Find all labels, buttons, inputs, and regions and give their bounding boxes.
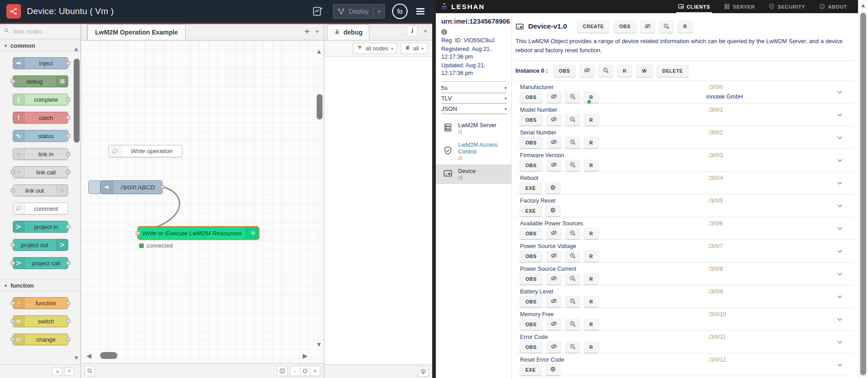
input-port[interactable] [10, 319, 15, 323]
palette-search-input[interactable] [12, 28, 67, 35]
output-port[interactable] [66, 301, 71, 305]
obs-button[interactable]: OBS [520, 91, 542, 103]
output-port[interactable] [66, 61, 71, 65]
expand-chevron-icon[interactable] [836, 111, 843, 119]
r-button[interactable]: R [584, 341, 599, 353]
expand-chevron-icon[interactable] [836, 270, 843, 278]
obs-x-button[interactable] [565, 341, 580, 353]
flow-list-caret-icon[interactable]: ▾ [316, 29, 318, 35]
obs-x-button[interactable] [565, 296, 580, 307]
palette-node-project-in[interactable]: project in [13, 221, 68, 233]
input-port[interactable] [10, 261, 15, 265]
obs-button[interactable]: OBS [520, 341, 542, 353]
eye-off-button[interactable] [547, 273, 561, 284]
flow-assistant-icon[interactable] [310, 4, 326, 19]
eye-off-button[interactable] [547, 250, 561, 262]
exe-button[interactable]: EXE [520, 205, 541, 216]
palette-node-catch[interactable]: catch [13, 112, 68, 124]
expand-categories-button[interactable] [64, 368, 74, 376]
deploy-options-caret-icon[interactable]: ▾ [373, 6, 384, 17]
palette-scroll-up-icon[interactable]: ▲ [73, 46, 79, 52]
inject-trigger-button[interactable] [88, 180, 101, 194]
exe-button[interactable]: EXE [520, 364, 541, 375]
deploy-button[interactable]: Deploy ▾ [333, 4, 385, 19]
eye-off-button[interactable] [547, 159, 561, 171]
nav-about[interactable]: ABOUT [819, 0, 847, 13]
zoom-reset-button[interactable]: O [300, 366, 310, 376]
palette-node-comment[interactable]: comment [13, 203, 68, 214]
exe-button[interactable]: EXE [520, 182, 541, 194]
eye-off-button[interactable] [547, 114, 561, 125]
output-port[interactable] [66, 261, 71, 265]
input-port[interactable] [10, 301, 15, 305]
eye-off-button[interactable] [547, 91, 561, 103]
obs-x-button[interactable] [565, 250, 580, 262]
window-divider[interactable] [432, 0, 436, 378]
w-button[interactable]: W [636, 65, 652, 77]
nav-server[interactable]: SERVER [724, 0, 755, 13]
palette-node-project-out[interactable]: project out [13, 239, 68, 251]
palette-node-project-call[interactable]: project call [13, 257, 68, 269]
palette-section-common[interactable]: ▾common [0, 39, 81, 52]
debug-clear-button[interactable]: all ▾ [401, 43, 428, 54]
expand-chevron-icon[interactable] [836, 225, 843, 232]
obs-x-button[interactable] [599, 65, 613, 77]
input-port[interactable] [10, 243, 15, 247]
palette-node-inject[interactable]: inject [13, 57, 68, 69]
palette-scroll-down-icon[interactable]: ▼ [73, 355, 79, 361]
client-select-5s[interactable]: 5s▾ [441, 83, 507, 93]
page-scroll-up-icon[interactable]: ▲ [860, 2, 866, 9]
obs-x-button[interactable] [565, 159, 580, 171]
obs-button[interactable]: OBS [520, 114, 542, 125]
obs-x-button[interactable] [565, 114, 580, 125]
input-port[interactable] [136, 231, 140, 235]
output-port[interactable] [66, 170, 71, 174]
palette-node-complete[interactable]: complete [13, 94, 68, 105]
expand-chevron-icon[interactable] [836, 248, 843, 255]
zoom-out-button[interactable]: - [290, 366, 300, 376]
obs-x-button[interactable] [565, 273, 580, 284]
obs-button[interactable]: OBS [520, 273, 542, 284]
object-item-lwm2m-access-control[interactable]: LwM2M Access Control/2 [436, 138, 511, 164]
input-port[interactable] [10, 338, 15, 342]
input-port[interactable] [10, 170, 15, 174]
canvas-scroll-up-icon[interactable]: ▲ [316, 48, 322, 55]
output-port[interactable] [66, 225, 71, 229]
obs-button[interactable]: OBS [520, 296, 542, 307]
r-button[interactable]: R [584, 273, 599, 284]
r-button[interactable]: R [584, 318, 599, 330]
r-button[interactable]: R [584, 137, 599, 148]
input-port[interactable] [10, 189, 15, 193]
canvas-scroll-down-icon[interactable]: ▼ [316, 341, 322, 348]
obs-button[interactable]: OBS [520, 250, 542, 262]
obs-button[interactable]: OBS [614, 20, 636, 33]
expand-chevron-icon[interactable] [836, 293, 843, 300]
expand-chevron-icon[interactable] [836, 316, 843, 323]
main-menu-button[interactable] [415, 6, 426, 17]
output-port[interactable] [66, 319, 71, 323]
input-port[interactable] [10, 80, 15, 84]
add-flow-button[interactable]: + [304, 26, 309, 36]
gear-button[interactable] [546, 205, 560, 216]
obs-x-button[interactable] [565, 91, 580, 103]
eye-off-button[interactable] [547, 341, 561, 353]
palette-node-function[interactable]: ffunction [13, 297, 68, 309]
obs-x-button[interactable] [659, 20, 673, 33]
page-scrollbar-thumb[interactable] [860, 13, 866, 375]
lwm2m-write-node[interactable]: Write or Execute LwM2M Resources [137, 226, 259, 240]
gear-button[interactable] [546, 364, 560, 375]
palette-node-debug[interactable]: debug [13, 75, 68, 87]
search-flows-button[interactable] [85, 366, 95, 376]
palette-scrollbar-thumb[interactable] [74, 59, 80, 143]
canvas-hscrollbar-thumb[interactable] [100, 352, 117, 359]
output-port[interactable] [160, 185, 165, 189]
r-button[interactable]: R [584, 159, 599, 171]
expand-chevron-icon[interactable] [836, 89, 843, 96]
canvas-scroll-right-icon[interactable]: ▶ [303, 352, 308, 359]
eye-off-button[interactable] [580, 65, 594, 77]
eye-off-button[interactable] [547, 137, 561, 148]
client-select-tlv[interactable]: TLV▾ [441, 93, 507, 104]
object-item-lwm2m-server[interactable]: LwM2M Server/1 [436, 119, 511, 138]
eye-off-button[interactable] [641, 20, 655, 33]
r-button[interactable]: R [584, 228, 599, 239]
